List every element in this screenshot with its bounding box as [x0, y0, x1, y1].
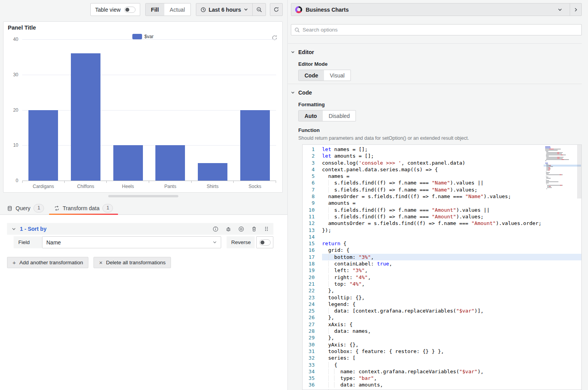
transformation-header[interactable]: 1 - Sort by [7, 223, 273, 235]
code-line-36[interactable]: 36 data: amounts, [303, 381, 581, 388]
minimap-line [545, 176, 576, 176]
reverse-switch[interactable] [256, 236, 273, 248]
code-line-2[interactable]: 2let amounts = []; [303, 153, 581, 159]
code-line-24[interactable]: 24 legend: { [303, 301, 581, 307]
code-line-28[interactable]: 28 data: names, [303, 328, 581, 334]
code-editor[interactable]: 1let names = [];2let amounts = [];3conso… [302, 144, 582, 390]
bar-chiffons[interactable] [71, 53, 100, 181]
code-line-25[interactable]: 25 data: [context.grafana.replaceVariabl… [303, 307, 581, 314]
panel-resize-scrollbar[interactable] [108, 195, 178, 197]
code-line-21[interactable]: 21 top: "4%", [303, 281, 581, 287]
code-line-26[interactable]: 26 }, [303, 314, 581, 321]
chart-panel: Panel Title $var 010203040CardigansChiff… [3, 21, 283, 193]
code-text: bottom: "3%", [322, 254, 581, 260]
legend-label: $var [144, 34, 153, 39]
delete-all-transformations-button[interactable]: × Delete all transformations [93, 257, 171, 268]
actual-button[interactable]: Actual [164, 4, 190, 16]
code-line-11[interactable]: 11 s.fields.find((f) => f.name === "Amou… [303, 213, 581, 220]
code-line-8[interactable]: 8 namesOrder = s.fields.find((f) => f.na… [303, 193, 581, 200]
line-number: 34 [303, 368, 315, 375]
plus-icon: + [12, 260, 16, 265]
minimap-line [545, 186, 576, 187]
code-line-16[interactable]: 16 grid: { [303, 247, 581, 253]
minimap-line [545, 181, 576, 182]
code-text: names = [322, 173, 581, 179]
code-minimap[interactable] [545, 146, 576, 190]
collapse-options-button[interactable] [570, 4, 581, 16]
code-line-20[interactable]: 20 right: "4%", [303, 274, 581, 281]
bar-pants[interactable] [155, 145, 185, 181]
tab-transform-data[interactable]: Transform data 1 [54, 202, 113, 214]
bar-shirts[interactable] [198, 163, 227, 181]
info-icon[interactable] [213, 226, 218, 232]
bar-cardigans[interactable] [28, 110, 58, 181]
editor-mode-visual-option[interactable]: Visual [324, 70, 350, 81]
table-view-control[interactable]: Table view [90, 3, 140, 16]
code-line-3[interactable]: 3console.log('console >>> ', context.pan… [303, 160, 581, 166]
line-number: 29 [303, 334, 315, 341]
code-line-14[interactable]: 14 [303, 234, 581, 240]
line-number: 15 [303, 240, 315, 247]
code-line-22[interactable]: 22 }, [303, 287, 581, 294]
fill-button[interactable]: Fill [146, 4, 164, 16]
eye-icon[interactable] [238, 226, 244, 232]
code-line-7[interactable]: 7 s.fields.find((f) => f.name === "Name"… [303, 186, 581, 193]
reverse-switch-knob[interactable] [259, 239, 271, 246]
code-line-19[interactable]: 19 left: "3%", [303, 267, 581, 274]
code-line-6[interactable]: 6 s.fields.find((f) => f.name === "Name"… [303, 179, 581, 186]
code-line-37[interactable]: 37 }, [303, 388, 581, 390]
editor-scrollbar[interactable] [577, 145, 581, 199]
code-line-32[interactable]: 32 series: [ [303, 355, 581, 361]
options-search-input[interactable] [303, 27, 578, 33]
code-line-34[interactable]: 34 name: context.grafana.replaceVariable… [303, 368, 581, 375]
formatting-disabled-option[interactable]: Disabled [323, 111, 356, 121]
visualization-picker[interactable]: Business Charts [291, 3, 582, 16]
code-line-13[interactable]: 13}); [303, 227, 581, 234]
editor-tabs: Query 1 Transform data 1 [0, 202, 287, 215]
editor-mode-code-option[interactable]: Code [299, 70, 324, 81]
code-line-12[interactable]: 12 amountsOrder = s.fields.find((f) => f… [303, 220, 581, 227]
minimap-line [545, 179, 576, 180]
formatting-auto-option[interactable]: Auto [299, 111, 323, 121]
code-line-10[interactable]: 10 s.fields.find((f) => f.name === "Amou… [303, 207, 581, 213]
code-line-17[interactable]: 17 bottom: "3%", [303, 254, 581, 260]
options-pane: Business Charts Editor Editor Mode Code … [287, 0, 588, 390]
code-line-30[interactable]: 30 yAxis: {}, [303, 341, 581, 348]
code-line-18[interactable]: 18 containLabel: true, [303, 260, 581, 267]
chart-legend[interactable]: $var [132, 34, 153, 39]
code-section-header[interactable]: Code [291, 90, 582, 96]
bug-icon[interactable] [225, 226, 231, 232]
add-transformation-button[interactable]: + Add another transformation [7, 257, 88, 268]
code-line-4[interactable]: 4context.panel.data.series.map((s) => { [303, 166, 581, 173]
minimap-line [545, 185, 576, 186]
code-line-1[interactable]: 1let names = []; [303, 146, 581, 153]
code-line-23[interactable]: 23 tooltip: {}, [303, 294, 581, 301]
bar-socks[interactable] [240, 110, 270, 181]
formatting-label: Formatting [298, 102, 582, 107]
code-line-5[interactable]: 5 names = [303, 173, 581, 179]
code-text: containLabel: true, [322, 260, 581, 267]
bar-heels[interactable] [113, 145, 143, 181]
reverse-label: Reverse [227, 236, 255, 248]
trash-icon[interactable] [251, 226, 257, 232]
field-select[interactable]: Name [42, 236, 221, 248]
function-label: Function [298, 127, 582, 133]
code-line-29[interactable]: 29 }, [303, 334, 581, 341]
chevron-down-icon[interactable] [12, 227, 16, 231]
editor-section-header[interactable]: Editor [291, 49, 582, 55]
table-view-switch[interactable] [124, 7, 136, 13]
options-search[interactable] [291, 24, 582, 35]
time-zoom-out-button[interactable] [253, 4, 266, 16]
code-line-33[interactable]: 33 { [303, 362, 581, 368]
code-line-35[interactable]: 35 type: "bar", [303, 375, 581, 381]
refresh-button[interactable] [270, 3, 283, 16]
time-range-picker[interactable]: Last 6 hours [196, 4, 253, 16]
code-line-15[interactable]: 15return { [303, 240, 581, 247]
code-line-27[interactable]: 27 xAxis: { [303, 321, 581, 328]
code-line-31[interactable]: 31 toolbox: { feature: { restore: {} } }… [303, 348, 581, 355]
editor-section: Editor Editor Mode Code Visual [288, 43, 582, 84]
code-line-9[interactable]: 9 amounts = [303, 200, 581, 206]
tab-query[interactable]: Query 1 [7, 202, 44, 214]
bar-chart-plot[interactable]: 010203040CardigansChiffonsHeelsPantsShir… [22, 39, 276, 181]
drag-handle-icon[interactable] [264, 226, 269, 232]
